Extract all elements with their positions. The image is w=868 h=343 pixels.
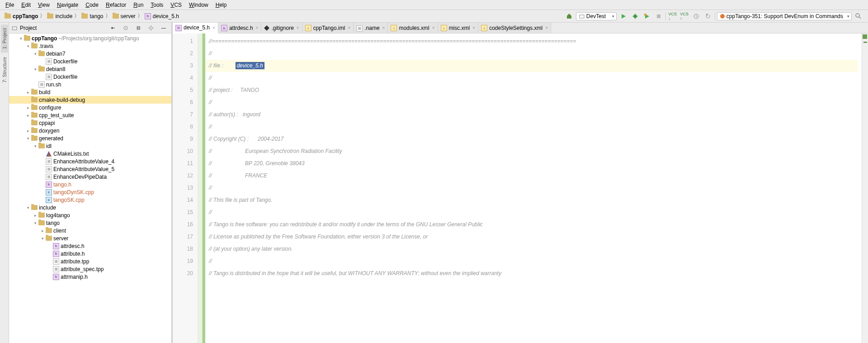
tab-attrdesc.h[interactable]: hattrdesc.h× — [218, 23, 262, 33]
line-number[interactable]: 2 — [173, 48, 193, 60]
line-number[interactable]: 5 — [173, 84, 193, 96]
menu-help[interactable]: Help — [212, 1, 231, 9]
task-dropdown[interactable]: cppTango-351: Support DevEnum in Command… — [717, 12, 852, 20]
expand-arrow[interactable]: ▸ — [25, 105, 31, 110]
tree-item-attribute.h[interactable]: hattribute.h — [9, 250, 171, 257]
tree-item-cppapi[interactable]: cppapi — [9, 119, 171, 127]
menu-edit[interactable]: Edit — [18, 1, 34, 9]
tree-item-run.sh[interactable]: ▤run.sh — [9, 81, 171, 88]
close-icon[interactable]: × — [472, 25, 475, 30]
line-number[interactable]: 17 — [173, 231, 193, 243]
line-number[interactable]: 4 — [173, 72, 193, 84]
tree-item-Dockerfile[interactable]: ▤Dockerfile — [9, 73, 171, 81]
tree-item-generated[interactable]: ▾generated — [9, 134, 171, 142]
menu-tools[interactable]: Tools — [147, 1, 167, 9]
menu-window[interactable]: Window — [185, 1, 212, 9]
line-number[interactable]: 15 — [173, 206, 193, 219]
line-number[interactable]: 11 — [173, 157, 193, 170]
close-icon[interactable]: × — [431, 25, 435, 30]
code-line[interactable]: // author(s) : ingvord — [209, 109, 858, 121]
menu-code[interactable]: Code — [82, 1, 102, 9]
locate-icon[interactable] — [121, 23, 131, 33]
tree-item-log4tango[interactable]: ▸log4tango — [9, 211, 171, 219]
tab-.name[interactable]: ▤.name× — [354, 23, 388, 33]
error-stripe[interactable] — [862, 33, 868, 343]
tab-misc.xml[interactable]: xmisc.xml× — [438, 23, 479, 33]
stripe-mark[interactable] — [863, 42, 867, 43]
tree-item-cpp_test_suite[interactable]: ▸cpp_test_suite — [9, 111, 171, 119]
project-tree[interactable]: ▾cppTango ~/Projects/org.tango/git/cppTa… — [9, 33, 171, 343]
code-line[interactable]: // — [209, 121, 858, 133]
code-line[interactable]: // This file is part of Tango. — [209, 194, 858, 206]
hide-icon[interactable]: — — [159, 23, 169, 33]
tree-item-tangoDynSK.cpp[interactable]: ctangoDynSK.cpp — [9, 188, 171, 196]
line-number[interactable]: 1 — [173, 35, 193, 48]
line-number[interactable]: 9 — [173, 133, 193, 145]
search-icon[interactable] — [854, 11, 863, 21]
breadcrumb-device_5.h[interactable]: hdevice_5.h — [143, 13, 181, 19]
code-line[interactable]: // Copyright (C) : 2004-2017 — [209, 133, 858, 145]
code-line[interactable]: // — [209, 255, 858, 267]
tree-item-attribute_spec.tpp[interactable]: ▤attribute_spec.tpp — [9, 265, 171, 273]
tree-item-attrdesc.h[interactable]: hattrdesc.h — [9, 242, 171, 250]
code-line[interactable]: // License as published by the Free Soft… — [209, 231, 858, 243]
breadcrumb-cppTango[interactable]: cppTango — [3, 13, 40, 19]
run-icon[interactable] — [618, 11, 628, 21]
code-line[interactable]: // Tango is free software: you can redis… — [209, 219, 858, 231]
close-icon[interactable]: × — [255, 25, 259, 30]
debug-icon[interactable] — [630, 11, 640, 21]
line-number[interactable]: 10 — [173, 145, 193, 157]
breadcrumb-server[interactable]: server — [111, 13, 137, 19]
vcs-revert-icon[interactable] — [703, 11, 713, 21]
code-line[interactable]: // (at your option) any later version. — [209, 243, 858, 255]
build-icon[interactable] — [564, 11, 574, 21]
code-line[interactable]: // BP 220, Grenoble 38043 — [209, 157, 858, 170]
expand-arrow[interactable]: ▾ — [33, 144, 38, 148]
tree-item-idl[interactable]: ▾idl — [9, 142, 171, 150]
menu-view[interactable]: View — [34, 1, 53, 9]
menu-navigate[interactable]: Navigate — [53, 1, 82, 9]
tab-cppTango.iml[interactable]: xcppTango.iml× — [302, 23, 354, 33]
line-number[interactable]: 7 — [173, 109, 193, 121]
expand-arrow[interactable]: ▾ — [33, 52, 38, 56]
code-line[interactable]: // FRANCE — [209, 170, 858, 182]
tree-item-EnhanceAttributeValue_4[interactable]: ▤EnhanceAttributeValue_4 — [9, 157, 171, 165]
expand-arrow[interactable]: ▾ — [25, 136, 31, 141]
tree-item-cppTango[interactable]: ▾cppTango ~/Projects/org.tango/git/cppTa… — [9, 34, 171, 42]
code-line[interactable]: // — [209, 72, 858, 84]
menu-vcs[interactable]: VCS — [167, 1, 185, 9]
menu-refactor[interactable]: Refactor — [102, 1, 130, 9]
close-icon[interactable]: × — [212, 25, 215, 30]
code-line[interactable]: // — [209, 48, 858, 60]
tree-item-tango[interactable]: ▾tango — [9, 219, 171, 227]
tab-codeStyleSettings.xml[interactable]: xcodeStyleSettings.xml× — [478, 23, 551, 33]
vcs-history-icon[interactable] — [691, 11, 701, 21]
close-icon[interactable]: × — [382, 25, 385, 30]
expand-arrow[interactable]: ▾ — [33, 221, 38, 225]
line-number[interactable]: 18 — [173, 243, 193, 255]
tree-item-EnhanceDevPipeData[interactable]: ▤EnhanceDevPipeData — [9, 173, 171, 181]
stop-icon[interactable] — [654, 11, 664, 21]
line-number[interactable]: 14 — [173, 194, 193, 206]
expand-arrow[interactable]: ▸ — [33, 213, 38, 218]
gear-icon[interactable] — [146, 23, 156, 33]
code-line[interactable]: // file : device_5.h — [205, 60, 858, 72]
code-line[interactable]: // European Synchrotron Radiation Facili… — [209, 145, 858, 157]
tree-item-server[interactable]: ▾server — [9, 234, 171, 242]
tree-item-build[interactable]: ▸build — [9, 88, 171, 96]
expand-arrow[interactable]: ▸ — [40, 229, 45, 233]
project-tool-tab[interactable]: 1: Project — [1, 24, 8, 52]
tab-device_5.h[interactable]: hdevice_5.h× — [173, 23, 218, 33]
expand-arrow[interactable]: ▾ — [25, 205, 31, 210]
expand-arrow[interactable]: ▾ — [40, 236, 45, 241]
expand-arrow[interactable]: ▸ — [25, 113, 31, 118]
code-content[interactable]: //======================================… — [205, 33, 862, 343]
tree-item-Dockerfile[interactable]: ▤Dockerfile — [9, 57, 171, 65]
breadcrumb-tango[interactable]: tango — [80, 13, 105, 19]
tree-item-CMakeLists.txt[interactable]: CMakeLists.txt — [9, 150, 171, 157]
expand-arrow[interactable]: ▾ — [18, 36, 24, 41]
tree-item-include[interactable]: ▾include — [9, 204, 171, 211]
close-icon[interactable]: × — [296, 25, 299, 30]
expand-arrow[interactable]: ▾ — [33, 67, 38, 71]
tree-item-client[interactable]: ▸client — [9, 227, 171, 234]
